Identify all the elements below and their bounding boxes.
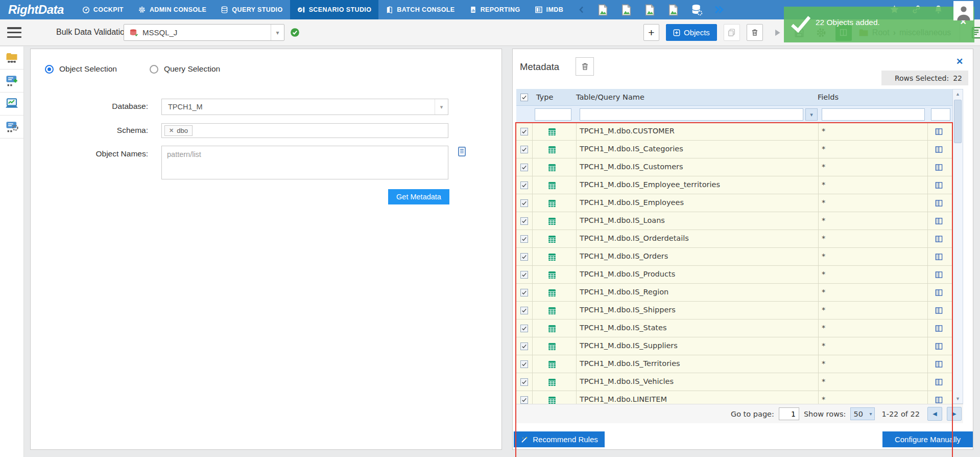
browse-columns-icon[interactable] <box>935 146 943 153</box>
browse-columns-icon[interactable] <box>935 235 943 243</box>
prev-page-button[interactable]: ◀ <box>927 407 942 421</box>
browse-columns-icon[interactable] <box>935 128 943 135</box>
browse-columns-icon[interactable] <box>935 217 943 225</box>
user-avatar[interactable] <box>953 1 973 20</box>
sidebar-item-dataset-explorer[interactable] <box>0 47 23 70</box>
action-filter-input[interactable] <box>931 108 950 121</box>
row-checkbox[interactable] <box>520 289 528 296</box>
tab-scenario-studio[interactable]: SCENARIO STUDIO <box>290 0 379 19</box>
row-checkbox[interactable] <box>520 146 528 153</box>
image-page-icon[interactable] <box>643 3 656 17</box>
scroll-up-icon[interactable]: ▲ <box>953 89 963 99</box>
select-all-checkbox[interactable] <box>520 94 528 101</box>
metadata-delete-button[interactable] <box>576 57 594 76</box>
show-rows-select[interactable]: 50 ▾ <box>850 407 875 420</box>
object-names-input[interactable] <box>161 146 448 179</box>
fields-filter-input[interactable] <box>822 108 925 121</box>
type-filter-input[interactable] <box>535 108 571 121</box>
browse-columns-icon[interactable] <box>935 253 943 261</box>
tab-reporting[interactable]: REPORTING <box>462 0 528 19</box>
row-checkbox[interactable] <box>520 307 528 314</box>
pattern-file-icon[interactable] <box>457 146 467 157</box>
table-row: TPCH1_M.dbo.IS_Suppliers * <box>516 337 952 355</box>
row-checkbox[interactable] <box>520 181 528 189</box>
sidebar-item-config[interactable] <box>0 116 23 139</box>
copy-button[interactable] <box>724 24 740 41</box>
scrollbar-thumb[interactable] <box>954 100 962 143</box>
row-checkbox[interactable] <box>520 360 528 368</box>
connection-select[interactable]: MSSQL_J ▾ <box>124 24 284 41</box>
sidebar-item-create-scenario[interactable] <box>0 70 23 93</box>
image-page-icon[interactable] <box>620 3 633 17</box>
tab-label: REPORTING <box>481 6 520 13</box>
row-checkbox[interactable] <box>520 378 528 386</box>
recommend-rules-button[interactable]: Recommend Rules <box>514 431 605 447</box>
tab-imdb[interactable]: IMDB <box>528 0 571 19</box>
row-checkbox[interactable] <box>520 342 528 350</box>
fields-cell: * <box>822 306 825 314</box>
browse-columns-icon[interactable] <box>935 199 943 207</box>
fields-cell: * <box>822 359 825 368</box>
table-type-icon <box>548 253 556 261</box>
tab-cockpit[interactable]: COCKPIT <box>75 0 131 19</box>
run-icon[interactable] <box>770 24 785 41</box>
row-checkbox[interactable] <box>520 164 528 171</box>
table-row: TPCH1_M.dbo.IS_Employees * <box>516 194 952 212</box>
browse-columns-icon[interactable] <box>935 307 943 314</box>
row-checkbox[interactable] <box>520 253 528 261</box>
chevron-left-icon[interactable] <box>578 5 586 14</box>
browse-columns-icon[interactable] <box>935 271 943 279</box>
tab-query-studio[interactable]: QUERY STUDIO <box>213 0 290 19</box>
schema-field[interactable]: ✕ dbo <box>161 123 448 138</box>
database-gear-icon[interactable] <box>690 3 703 16</box>
browse-columns-icon[interactable] <box>935 378 943 386</box>
name-filter-input[interactable] <box>580 108 803 121</box>
row-checkbox[interactable] <box>520 217 528 225</box>
database-select[interactable]: TPCH1_M ▾ <box>161 99 448 115</box>
hamburger-menu-icon[interactable] <box>7 27 21 38</box>
tab-admin-console[interactable]: ADMIN CONSOLE <box>131 0 213 19</box>
table-name-cell: TPCH1_M.dbo.IS_Categories <box>580 145 683 153</box>
tab-batch-console[interactable]: BATCH CONSOLE <box>378 0 462 19</box>
radio-label: Query Selection <box>164 64 220 74</box>
add-objects-button[interactable]: Objects <box>666 24 717 41</box>
table-name-cell: TPCH1_M.dbo.IS_Suppliers <box>580 341 678 350</box>
browse-columns-icon[interactable] <box>935 360 943 368</box>
radio-unselected-icon <box>150 65 158 74</box>
browse-columns-icon[interactable] <box>935 164 943 171</box>
table-row: TPCH1_M.dbo.IS_Customers * <box>516 158 952 176</box>
page-number-input[interactable] <box>779 407 799 420</box>
metadata-close-icon[interactable]: ✕ <box>956 56 963 67</box>
image-page-icon[interactable] <box>667 3 680 17</box>
table-scrollbar[interactable]: ▲ ▼ <box>952 89 963 404</box>
add-button[interactable]: + <box>643 24 659 41</box>
sidebar-item-monitor[interactable] <box>0 93 23 116</box>
row-checkbox[interactable] <box>520 235 528 243</box>
scroll-down-icon[interactable]: ▼ <box>953 394 963 403</box>
browse-columns-icon[interactable] <box>935 289 943 296</box>
row-checkbox[interactable] <box>520 199 528 207</box>
show-rows-label: Show rows: <box>804 410 846 418</box>
row-checkbox[interactable] <box>520 325 528 332</box>
row-checkbox[interactable] <box>520 271 528 279</box>
row-checkbox[interactable] <box>520 128 528 135</box>
browse-columns-icon[interactable] <box>935 181 943 189</box>
radio-object-selection[interactable]: Object Selection <box>45 64 117 74</box>
browse-columns-icon[interactable] <box>935 396 943 404</box>
browse-columns-icon[interactable] <box>935 325 943 332</box>
radio-query-selection[interactable]: Query Selection <box>150 64 220 74</box>
gear-icon <box>138 6 146 14</box>
next-page-button[interactable]: ▶ <box>947 407 962 421</box>
double-chevron-right-icon[interactable] <box>713 5 725 15</box>
browse-columns-icon[interactable] <box>935 342 943 350</box>
table-row: TPCH1_M.dbo.LINEITEM * <box>516 391 952 404</box>
filter-caret-icon[interactable]: ▾ <box>805 108 818 121</box>
table-row: TPCH1_M.dbo.IS_Territories * <box>516 355 952 373</box>
row-checkbox[interactable] <box>520 396 528 404</box>
get-metadata-button[interactable]: Get Metadata <box>388 189 449 204</box>
delete-button[interactable] <box>747 24 763 41</box>
configure-manually-button[interactable]: Configure Manually <box>882 431 973 447</box>
row-range-text: 1-22 of 22 <box>881 410 920 418</box>
image-page-icon[interactable] <box>596 3 609 17</box>
chip-remove-icon[interactable]: ✕ <box>169 127 174 134</box>
